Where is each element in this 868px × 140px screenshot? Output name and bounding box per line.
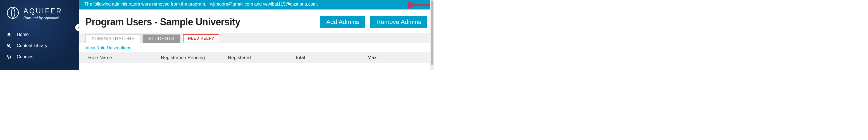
search-plus-icon xyxy=(6,43,12,48)
vertical-scrollbar[interactable] xyxy=(430,0,434,70)
svg-line-2 xyxy=(9,46,11,48)
brand-title: AQUIFER xyxy=(24,7,62,15)
content: Program Users - Sample University Add Ad… xyxy=(79,9,434,63)
view-role-descriptions-link[interactable]: View Role Descriptions xyxy=(86,43,131,52)
notification-banner: The following administrators were remove… xyxy=(79,0,434,9)
home-icon xyxy=(6,32,12,37)
header-actions: Add Admins Remove Admins xyxy=(320,16,427,28)
brand-tagline: Powered by Aqueduct xyxy=(24,15,62,20)
sidebar-item-courses[interactable]: Courses xyxy=(0,51,79,63)
sidebar: AQUIFER Powered by Aqueduct Home Content… xyxy=(0,0,79,70)
sidebar-item-label: Home xyxy=(17,32,29,37)
th-registration-pending: Registration Pending xyxy=(161,55,228,61)
sidebar-nav: Home Content Library Courses xyxy=(0,29,79,63)
page-header: Program Users - Sample University Add Ad… xyxy=(86,15,427,33)
tab-students[interactable]: STUDENTS xyxy=(143,34,180,43)
th-max: Max xyxy=(368,55,426,61)
th-role-name: Role Name xyxy=(88,55,161,61)
th-registered: Registered xyxy=(228,55,295,61)
svg-point-5 xyxy=(10,56,11,57)
sidebar-item-home[interactable]: Home xyxy=(0,29,79,40)
svg-point-0 xyxy=(7,7,19,19)
stethoscope-icon xyxy=(6,55,12,60)
aquifer-logo-icon xyxy=(6,6,20,21)
scroll-thumb[interactable] xyxy=(431,1,433,65)
tab-need-help[interactable]: NEED HELP? xyxy=(183,34,219,42)
sidebar-item-label: Courses xyxy=(17,55,33,60)
tab-bar: ADMINISTRATORS STUDENTS NEED HELP? xyxy=(79,33,434,43)
page-title: Program Users - Sample University xyxy=(86,16,240,28)
th-total: Total xyxy=(295,55,368,61)
main: The following administrators were remove… xyxy=(79,0,434,70)
tab-administrators[interactable]: ADMINISTRATORS xyxy=(86,34,141,43)
brand: AQUIFER Powered by Aqueduct xyxy=(0,0,79,29)
brand-text: AQUIFER Powered by Aqueduct xyxy=(24,7,62,20)
remove-admins-button[interactable]: Remove Admins xyxy=(370,16,427,28)
table-header-row: Role Name Registration Pending Registere… xyxy=(79,52,434,63)
sidebar-item-content-library[interactable]: Content Library xyxy=(0,40,79,51)
sidebar-item-label: Content Library xyxy=(17,43,47,48)
banner-message: The following administrators were remove… xyxy=(84,2,318,6)
add-admins-button[interactable]: Add Admins xyxy=(320,16,365,28)
